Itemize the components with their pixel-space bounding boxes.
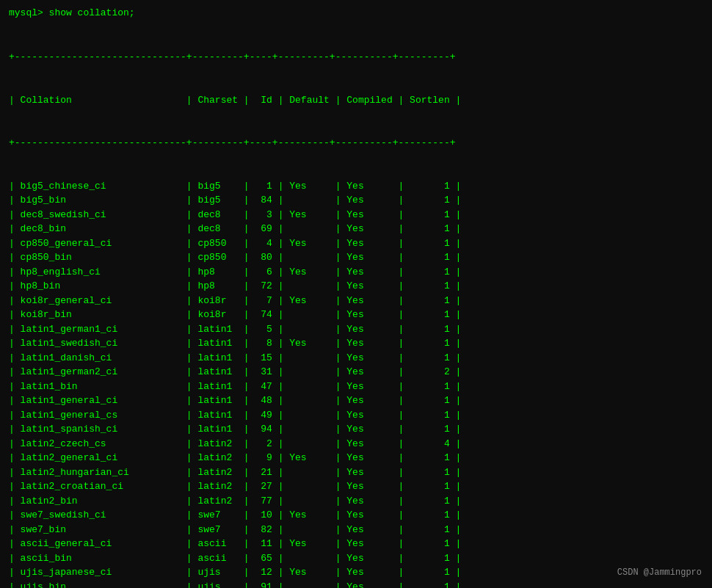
table-row: | swe7_bin | swe7 | 82 | | Yes | 1 | xyxy=(9,523,703,537)
table-row: | dec8_swedish_ci | dec8 | 3 | Yes | Yes… xyxy=(9,208,703,222)
table-row: | ujis_bin | ujis | 91 | | Yes | 1 | xyxy=(9,580,703,589)
table-container: +------------------------------+--------… xyxy=(9,21,703,588)
table-rows-container: | big5_chinese_ci | big5 | 1 | Yes | Yes… xyxy=(9,179,703,589)
table-row: | latin1_danish_ci | latin1 | 15 | | Yes… xyxy=(9,351,703,366)
table-row: | latin1_general_ci | latin1 | 48 | | Ye… xyxy=(9,393,703,408)
table-row: | latin1_german2_ci | latin1 | 31 | | Ye… xyxy=(9,365,703,380)
table-row: | koi8r_general_ci | koi8r | 7 | Yes | Y… xyxy=(9,294,703,308)
table-row: | latin1_general_cs | latin1 | 49 | | Ye… xyxy=(9,408,703,423)
table-row: | ascii_bin | ascii | 65 | | Yes | 1 | xyxy=(9,551,703,566)
table-row: | latin1_spanish_ci | latin1 | 94 | | Ye… xyxy=(9,422,703,437)
table-row: | swe7_swedish_ci | swe7 | 10 | Yes | Ye… xyxy=(9,508,703,523)
table-row: | latin1_german1_ci | latin1 | 5 | | Yes… xyxy=(9,322,703,337)
table-row: | latin2_czech_cs | latin2 | 2 | | Yes |… xyxy=(9,437,703,451)
table-row: | latin2_bin | latin2 | 77 | | Yes | 1 | xyxy=(9,494,703,509)
table-row: | big5_bin | big5 | 84 | | Yes | 1 | xyxy=(9,193,703,208)
table-row: | ujis_japanese_ci | ujis | 12 | Yes | Y… xyxy=(9,565,703,580)
table-header: | Collation | Charset | Id | Default | C… xyxy=(9,93,703,108)
table-row: | dec8_bin | dec8 | 69 | | Yes | 1 | xyxy=(9,222,703,236)
table-row: | latin2_croatian_ci | latin2 | 27 | | Y… xyxy=(9,479,703,494)
table-row: | cp850_general_ci | cp850 | 4 | Yes | Y… xyxy=(9,236,703,251)
table-row: | hp8_bin | hp8 | 72 | | Yes | 1 | xyxy=(9,279,703,294)
table-row: | latin2_hungarian_ci | latin2 | 21 | | … xyxy=(9,465,703,480)
separator-top: +------------------------------+--------… xyxy=(9,50,703,65)
table-row: | koi8r_bin | koi8r | 74 | | Yes | 1 | xyxy=(9,308,703,322)
separator-mid: +------------------------------+--------… xyxy=(9,136,703,150)
table-row: | cp850_bin | cp850 | 80 | | Yes | 1 | xyxy=(9,250,703,265)
table-row: | hp8_english_ci | hp8 | 6 | Yes | Yes |… xyxy=(9,265,703,280)
table-row: | ascii_general_ci | ascii | 11 | Yes | … xyxy=(9,537,703,551)
prompt-line: mysql> show collation; xyxy=(9,7,703,18)
table-row: | latin1_swedish_ci | latin1 | 8 | Yes |… xyxy=(9,336,703,351)
table-row: | latin1_bin | latin1 | 47 | | Yes | 1 | xyxy=(9,380,703,394)
table-row: | big5_chinese_ci | big5 | 1 | Yes | Yes… xyxy=(9,179,703,194)
table-row: | latin2_general_ci | latin2 | 9 | Yes |… xyxy=(9,451,703,465)
watermark: CSDN @Jammingpro xyxy=(617,567,702,578)
